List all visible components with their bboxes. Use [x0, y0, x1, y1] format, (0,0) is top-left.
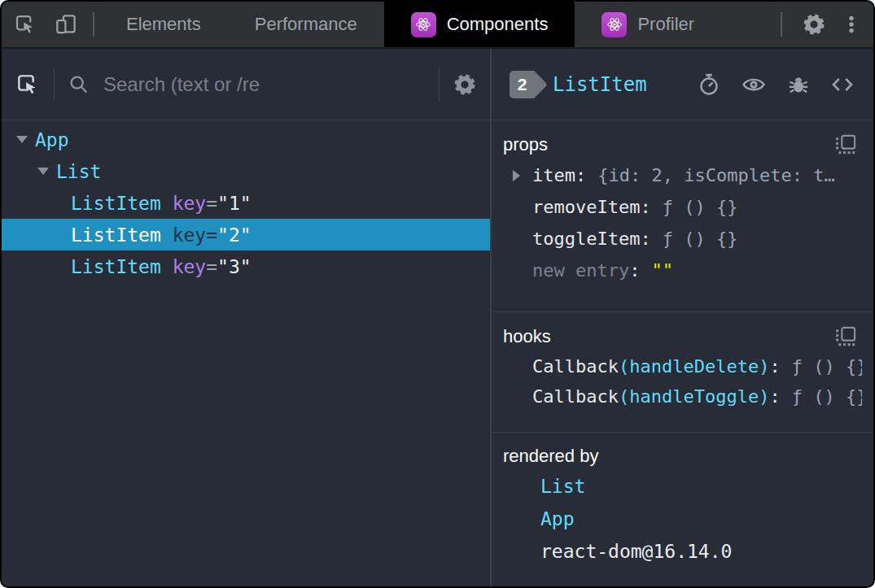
component-name: List — [56, 161, 101, 182]
inspect-element-icon[interactable] — [13, 12, 37, 37]
tree-row-list[interactable]: List — [2, 155, 490, 187]
hook-fn-name: (handleToggle) — [619, 386, 769, 407]
prop-separator: : — [629, 260, 640, 281]
hooks-section-head: hooks — [503, 320, 862, 351]
rendered-by-row-reactdom: react-dom@16.14.0 — [503, 535, 862, 568]
component-name: ListItem — [71, 256, 161, 277]
prop-value: ƒ () {} — [663, 197, 738, 217]
rendered-by-row-list[interactable]: List — [503, 470, 862, 503]
expand-arrow-icon[interactable] — [16, 136, 28, 143]
prop-row-new-entry[interactable]: new entry: "" — [503, 255, 862, 286]
expand-arrow-icon[interactable] — [37, 168, 49, 175]
tree-row-listitem-2-selected[interactable]: ListItem key="2" — [2, 219, 490, 250]
tree-row-app[interactable]: App — [2, 124, 490, 155]
prop-value: {id: 2, isComplete: t… — [597, 165, 834, 185]
hook-value: ƒ () {} — [792, 386, 862, 407]
component-name: ListItem — [71, 224, 161, 246]
props-section-head: props — [503, 128, 862, 159]
log-bug-icon[interactable] — [786, 72, 811, 97]
prop-name: item — [532, 165, 575, 185]
component-name: ListItem — [71, 193, 161, 214]
component-tree-pane: App List ListItem key="1" ListItem key="… — [2, 49, 492, 586]
owner-link[interactable]: App — [540, 508, 575, 529]
component-tree: App List ListItem key="1" ListItem key="… — [2, 120, 490, 282]
prop-value: ƒ () {} — [663, 229, 738, 249]
key-attr-name: key — [173, 224, 207, 246]
devtools-window: Elements Performance Components — [0, 0, 875, 588]
rendered-by-row-app[interactable]: App — [503, 503, 862, 535]
prop-separator: : — [640, 229, 650, 249]
selected-component-title: ListItem — [553, 73, 647, 96]
tab-label: Performance — [255, 14, 357, 35]
settings-gear-icon[interactable] — [802, 12, 826, 37]
prop-separator: : — [640, 197, 650, 217]
hooks-section: hooks Callback(handleDelete): ƒ () — [492, 312, 873, 433]
device-toolbar-icon[interactable] — [54, 12, 78, 37]
hook-separator: : — [769, 356, 780, 377]
prop-name: toggleItem — [532, 229, 640, 249]
search-input[interactable] — [102, 72, 426, 97]
copy-props-icon[interactable] — [834, 133, 857, 156]
react-logo-icon — [602, 12, 627, 37]
tab-label: Profiler — [637, 14, 694, 35]
new-entry-name[interactable]: new entry — [532, 260, 629, 281]
prop-row-toggleitem[interactable]: toggleItem: ƒ () {} — [503, 223, 862, 255]
owners-stack-badge[interactable]: 2 — [510, 71, 535, 98]
props-section: props item: {id: 2, isCo — [492, 120, 873, 312]
key-attr-value: "3" — [217, 256, 252, 277]
key-attr-eq: = — [206, 256, 217, 277]
prop-name: removeItem — [532, 197, 640, 217]
hook-fn-name: (handleDelete) — [619, 356, 769, 377]
tab-label: Components — [447, 14, 549, 35]
hook-separator: : — [769, 386, 780, 407]
details-header-actions — [697, 72, 855, 97]
copy-hooks-icon[interactable] — [834, 325, 857, 348]
components-panel: App List ListItem key="1" ListItem key="… — [2, 49, 873, 586]
section-title: props — [503, 134, 548, 155]
key-attr-name: key — [173, 256, 207, 277]
rendered-by-section: rendered by List App react-dom@16.14.0 — [492, 433, 873, 586]
hook-row-handledelete[interactable]: Callback(handleDelete): ƒ () {} — [503, 351, 862, 381]
tab-profiler[interactable]: Profiler — [575, 2, 721, 47]
view-source-code-icon[interactable] — [829, 72, 855, 97]
prop-row-removeitem[interactable]: removeItem: ƒ () {} — [503, 191, 862, 223]
rendered-by-section-head: rendered by — [503, 441, 862, 470]
search-bar — [68, 72, 426, 97]
tabbar-divider — [93, 12, 94, 37]
expand-arrow-icon[interactable] — [513, 170, 520, 181]
toolbar-divider — [439, 68, 440, 102]
section-title: rendered by — [503, 446, 598, 467]
prop-separator: : — [575, 165, 586, 185]
toolbar-divider — [54, 68, 55, 102]
tree-row-listitem-3[interactable]: ListItem key="3" — [2, 250, 490, 282]
key-attr-value: "2" — [217, 224, 252, 246]
tab-elements[interactable]: Elements — [99, 2, 228, 47]
component-details-pane: 2 ListItem — [492, 49, 873, 586]
tree-settings-gear-icon[interactable] — [453, 72, 477, 97]
prop-row-item[interactable]: item: {id: 2, isComplete: t… — [503, 159, 862, 191]
key-attr-name: key — [173, 193, 207, 214]
new-entry-value[interactable]: "" — [651, 260, 673, 281]
tabbar-left-icons — [2, 2, 88, 47]
owner-link[interactable]: List — [540, 476, 585, 497]
devtools-tabbar: Elements Performance Components — [2, 2, 873, 49]
tab-performance[interactable]: Performance — [228, 2, 384, 47]
tab-label: Elements — [126, 14, 201, 35]
react-logo-icon — [411, 12, 436, 37]
hook-row-handletoggle[interactable]: Callback(handleToggle): ƒ () {} — [503, 381, 862, 412]
tree-row-listitem-1[interactable]: ListItem key="1" — [2, 187, 490, 219]
component-name: App — [35, 129, 69, 150]
details-header: 2 ListItem — [492, 49, 873, 120]
renderer-version: react-dom@16.14.0 — [540, 541, 732, 562]
kebab-menu-icon[interactable] — [841, 12, 862, 37]
tab-components[interactable]: Components — [384, 2, 575, 47]
hook-value: ƒ () {} — [792, 356, 862, 377]
section-title: hooks — [503, 326, 551, 347]
hook-type: Callback — [532, 386, 619, 407]
hook-type: Callback — [532, 356, 619, 377]
suspend-stopwatch-icon[interactable] — [697, 72, 721, 97]
key-attr-value: "1" — [217, 193, 252, 214]
tabbar-divider — [781, 12, 782, 37]
inspect-dom-eye-icon[interactable] — [740, 72, 768, 97]
select-element-icon[interactable] — [15, 72, 41, 98]
